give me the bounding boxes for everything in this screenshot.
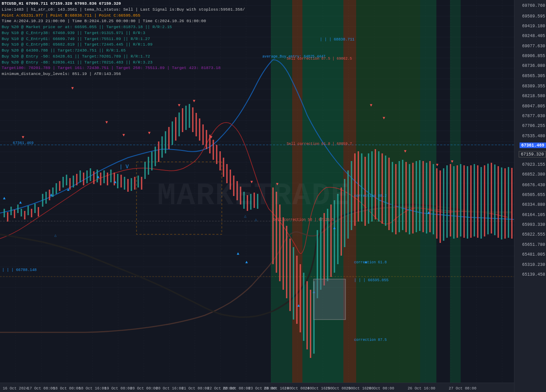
price-label: 68906.855 [522, 54, 545, 58]
svg-text:▼: ▼ [148, 131, 151, 135]
price-label: 69589.595 [522, 14, 545, 18]
price-label: 66334.880 [522, 202, 545, 207]
svg-text:▲: ▲ [297, 303, 300, 308]
price-label: 69248.405 [522, 34, 545, 38]
price-label: 67706.255 [522, 124, 545, 128]
svg-text:▼: ▼ [210, 135, 212, 140]
price-label: 69760.760 [522, 3, 545, 8]
svg-text:▲: ▲ [67, 187, 70, 192]
svg-text:▲: ▲ [237, 251, 239, 256]
svg-text:correction 87.5: correction 87.5 [354, 338, 387, 342]
svg-text:correction 61.8: correction 61.8 [354, 260, 387, 265]
price-label: 68047.805 [522, 104, 545, 108]
svg-text:▼: ▼ [71, 86, 74, 91]
svg-text:| | | 66788.148: | | | 66788.148 [2, 268, 37, 272]
price-label: 66676.430 [522, 182, 545, 187]
svg-text:▼: ▼ [404, 149, 407, 154]
svg-text:▼: ▼ [178, 103, 180, 108]
price-label: 68736.080 [522, 63, 545, 68]
time-label: 18 Oct 16:00 [78, 386, 106, 391]
main-chart-svg: ▼ ▼ ▼ ▼ ▼ ▼ ▼ ▼ ▼ ▼ ▼ ▼ ▼ ▼ ▼ ▲ ▲ ▲ ▲ ▲ … [0, 0, 514, 383]
price-label: 65651.780 [522, 242, 545, 247]
svg-rect-250 [314, 279, 346, 320]
time-label: 18 Oct 00:00 [53, 386, 81, 391]
time-label: 20 Oct 00:00 [130, 386, 158, 391]
price-label: 65481.005 [522, 252, 545, 257]
chart-container: MARKETRADE BTCUSD,H1 67099.711 67159.320… [0, 0, 546, 392]
time-label: 22 Oct 08:00 [223, 386, 250, 391]
svg-text:▲: ▲ [3, 196, 6, 201]
svg-text:△: △ [54, 233, 57, 238]
price-label: 65139.458 [522, 272, 545, 277]
price-label: 66505.655 [522, 193, 545, 197]
svg-text:▲: ▲ [97, 175, 99, 179]
svg-text:▼: ▼ [436, 163, 439, 167]
svg-text:▲: ▲ [19, 200, 22, 205]
price-scale-labels: 69760.76069589.59569419.18069248.4056907… [514, 0, 546, 383]
price-label: 68565.305 [522, 73, 545, 78]
time-label: 26 Oct 00:00 [366, 386, 394, 391]
svg-text:▼: ▼ [451, 159, 453, 164]
price-label: 65822.555 [522, 232, 545, 237]
time-label: 17 Oct 08:00 [27, 386, 55, 391]
svg-text:correction 88.2: correction 88.2 [354, 194, 387, 198]
svg-text:▼: ▼ [105, 120, 108, 125]
time-label: 20 Oct 16:00 [156, 386, 183, 391]
svg-text:△: △ [255, 218, 257, 222]
svg-text:| V: | V [119, 164, 129, 170]
svg-text:▼: ▼ [193, 99, 195, 104]
svg-text:▲: ▲ [50, 193, 52, 197]
price-label: 66852.380 [522, 172, 545, 177]
svg-text:Sell correction 61.8 | 68059.7: Sell correction 61.8 | 68059.7 [287, 142, 352, 146]
price-label: 69419.180 [522, 24, 545, 29]
svg-text:67361.469: 67361.469 [13, 141, 34, 145]
svg-text:▲: ▲ [333, 226, 336, 231]
svg-text:▼: ▼ [22, 135, 24, 140]
price-label: 67023.155 [522, 162, 545, 167]
time-label: 19 Oct 08:00 [105, 386, 132, 391]
price-label: 67535.480 [522, 133, 545, 138]
time-label: 21 Oct 08:00 [181, 386, 209, 391]
svg-text:| | | 68838.711: | | | 68838.711 [320, 37, 354, 42]
price-label: 65993.330 [522, 222, 545, 227]
svg-text:△: △ [244, 214, 247, 219]
price-label: 68389.355 [522, 84, 545, 89]
svg-text:▲: ▲ [427, 210, 430, 215]
svg-text:Sell correction 50 | 67125.5: Sell correction 50 | 67125.5 [273, 218, 334, 222]
svg-text:▼: ▼ [250, 180, 253, 184]
time-label: 27 Oct 08:00 [449, 386, 476, 391]
price-label: 67159.320 [519, 151, 546, 157]
price-label: 65310.230 [522, 262, 545, 267]
price-label: 66164.105 [522, 212, 545, 217]
time-label: 16 Oct 2024 [3, 386, 28, 391]
svg-text:| | | 66595.055: | | | 66595.055 [354, 278, 389, 282]
price-label: 68218.580 [522, 94, 545, 98]
svg-text:▼: ▼ [370, 103, 372, 108]
time-scale-labels: 16 Oct 202417 Oct 08:0018 Oct 00:0018 Oc… [0, 383, 514, 392]
price-label: 69077.630 [522, 43, 545, 48]
svg-text:▲: ▲ [245, 260, 248, 265]
svg-text:▼: ▼ [122, 133, 125, 138]
svg-text:▲: ▲ [114, 180, 116, 184]
svg-text:▼: ▼ [383, 116, 385, 121]
time-label: 26 Oct 16:00 [408, 386, 436, 391]
svg-text:▼: ▼ [276, 182, 279, 187]
svg-text:Sell correction 87.5 | 69062.5: Sell correction 87.5 | 69062.5 [287, 57, 352, 61]
price-label: 67877.030 [522, 114, 545, 118]
price-label: 67361.469 [520, 143, 546, 148]
svg-rect-56 [450, 0, 461, 383]
